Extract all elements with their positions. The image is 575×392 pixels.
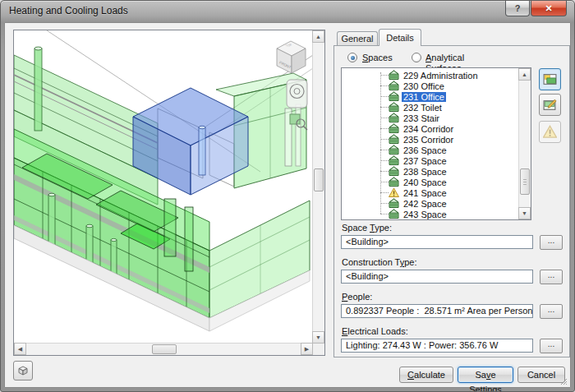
list-item[interactable]: 243 Space	[342, 209, 531, 219]
list-vscroll-thumb[interactable]	[520, 168, 530, 195]
tab-general[interactable]: General	[337, 31, 378, 46]
edit-space-button[interactable]	[539, 94, 561, 116]
list-item[interactable]: 236 Space	[342, 145, 531, 155]
model-viewport: FRONT TOP ▲ ▼ ◀ ▶	[13, 30, 325, 356]
electrical-loads-browse-button[interactable]: ...	[540, 339, 563, 353]
list-item[interactable]: 233 Stair	[342, 113, 531, 123]
electrical-loads-field[interactable]: Lighting: 274.43 W : Power: 356.76 W	[341, 339, 533, 353]
help-button[interactable]: ?	[505, 1, 530, 16]
list-item[interactable]: 235 Corridor	[342, 134, 531, 145]
construction-type-label: Construction Type:	[342, 257, 417, 267]
scroll-down-icon[interactable]: ▼	[312, 331, 324, 344]
calculate-button[interactable]: Calculate	[399, 367, 453, 383]
list-item[interactable]: 238 Space	[342, 166, 531, 177]
spaces-radio-label[interactable]: Spaces	[362, 53, 393, 63]
details-tab-page: Spaces Analytical Surfaces 229 Administr…	[334, 45, 570, 357]
close-button[interactable]: ✕	[531, 1, 567, 16]
heating-cooling-loads-dialog: Heating and Cooling Loads ? ✕	[0, 0, 575, 392]
title-bar[interactable]: Heating and Cooling Loads ? ✕	[1, 1, 574, 22]
dialog-client-area: FRONT TOP ▲ ▼ ◀ ▶ General Details	[4, 22, 571, 388]
spaces-list[interactable]: 229 Administration 230 Office 231 Office…	[341, 67, 531, 220]
spaces-radio[interactable]	[347, 53, 357, 62]
scroll-left-icon[interactable]: ◀	[14, 343, 26, 355]
list-vertical-scrollbar[interactable]: ▲ ▼	[518, 68, 531, 219]
analytical-surfaces-radio[interactable]	[412, 53, 421, 62]
people-browse-button[interactable]: ...	[540, 304, 563, 319]
people-field[interactable]: 0.892337 People : 28.571 m² Area per Per…	[341, 304, 533, 318]
space-icon	[389, 113, 399, 123]
tab-details[interactable]: Details	[379, 29, 421, 46]
warning-icon	[389, 187, 399, 198]
space-icon	[389, 123, 399, 134]
default-3d-view-button[interactable]	[13, 361, 33, 380]
cube-icon	[17, 365, 29, 376]
3d-model-canvas[interactable]: FRONT TOP	[14, 30, 313, 344]
scroll-up-icon[interactable]: ▲	[518, 68, 531, 81]
list-item[interactable]: 234 Corridor	[342, 123, 531, 134]
space-icon	[389, 177, 399, 187]
viewport-vscroll-thumb[interactable]	[314, 168, 324, 191]
space-icon	[389, 145, 399, 155]
list-item-warning[interactable]: 241 Space	[342, 187, 531, 198]
window-title: Heating and Cooling Loads	[9, 5, 128, 16]
space-icon	[389, 81, 399, 91]
electrical-loads-label: Electrical Loads:	[342, 326, 408, 336]
construction-type-field[interactable]: <Building>	[341, 270, 533, 284]
list-item[interactable]: 240 Space	[342, 177, 531, 187]
space-edit-icon	[543, 98, 557, 112]
warning-icon	[543, 125, 557, 139]
viewport-horizontal-scrollbar[interactable]: ◀ ▶	[14, 343, 313, 355]
space-icon	[389, 166, 399, 177]
save-settings-button[interactable]: Save Settings	[458, 367, 513, 383]
viewcube[interactable]: FRONT TOP	[277, 41, 306, 73]
people-label: People:	[342, 292, 372, 302]
space-icon	[389, 70, 399, 81]
space-type-field[interactable]: <Building>	[341, 235, 533, 249]
list-item[interactable]: 242 Space	[342, 198, 531, 209]
construction-type-browse-button[interactable]: ...	[540, 270, 563, 284]
space-icon	[389, 198, 399, 209]
viewport-vertical-scrollbar[interactable]: ▲ ▼	[312, 30, 324, 344]
highlight-space-button[interactable]	[539, 68, 561, 90]
space-icon	[389, 134, 399, 145]
scroll-right-icon[interactable]: ▶	[301, 343, 313, 355]
space-icon	[389, 155, 399, 166]
scroll-down-icon[interactable]: ▼	[518, 207, 531, 219]
space-image-icon	[543, 72, 557, 86]
list-item[interactable]: 232 Toilet	[342, 102, 531, 113]
3d-model-view: FRONT TOP	[14, 30, 313, 344]
resize-grip[interactable]	[559, 376, 568, 386]
list-item[interactable]: 230 Office	[342, 81, 531, 91]
viewport-hscroll-thumb[interactable]	[152, 344, 177, 354]
navigation-wheel-icon[interactable]	[287, 80, 307, 108]
space-type-label: Space Type:	[342, 223, 392, 233]
space-icon	[389, 102, 399, 113]
space-icon	[389, 91, 399, 102]
list-item-selected[interactable]: 231 Office	[342, 91, 531, 102]
show-warnings-button[interactable]	[539, 121, 561, 143]
space-type-browse-button[interactable]: ...	[540, 235, 563, 250]
list-item[interactable]: 229 Administration	[342, 70, 531, 81]
space-icon	[389, 209, 399, 219]
scroll-up-icon[interactable]: ▲	[312, 30, 324, 43]
list-item[interactable]: 237 Space	[342, 155, 531, 166]
